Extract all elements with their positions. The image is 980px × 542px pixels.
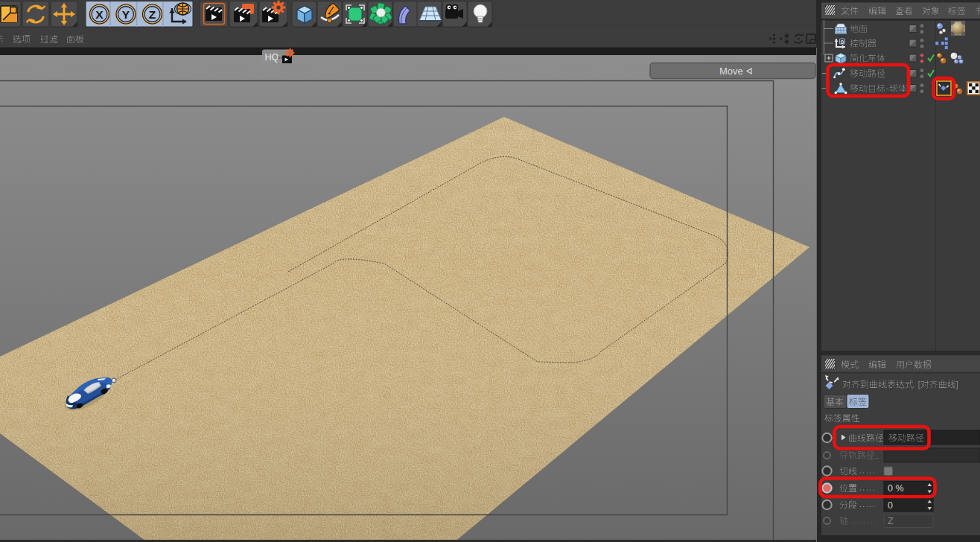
svg-text:X: X <box>95 8 104 21</box>
svg-text:0: 0 <box>841 39 844 45</box>
svg-text:0 %: 0 % <box>888 483 904 494</box>
svg-text:Y: Y <box>122 8 130 21</box>
svg-text:Z: Z <box>149 8 156 21</box>
svg-text:Z: Z <box>888 516 894 526</box>
svg-text:Move: Move <box>719 66 743 77</box>
svg-text:0: 0 <box>888 500 893 511</box>
